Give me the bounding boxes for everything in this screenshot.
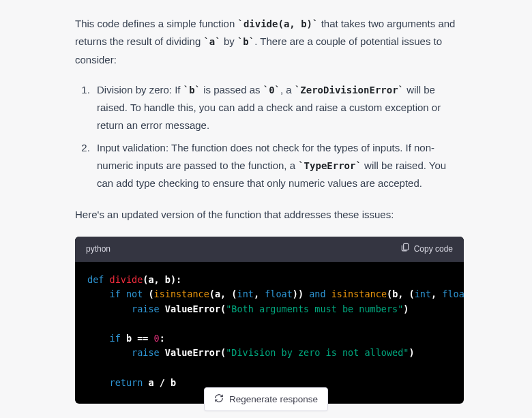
text: This code defines a simple function: [75, 18, 237, 29]
list-item: Division by zero: If `b` is passed as `0…: [93, 81, 464, 135]
refresh-icon: [214, 393, 224, 405]
inline-code: `ZeroDivisionError`: [295, 85, 404, 95]
regenerate-response-button[interactable]: Regenerate response: [204, 387, 328, 411]
regenerate-label: Regenerate response: [229, 394, 318, 404]
list-item: Input validation: The function does not …: [93, 139, 464, 193]
code-content: def divide(a, b): if not (isinstance(a, …: [75, 262, 464, 404]
inline-code: `b`: [183, 85, 201, 95]
svg-rect-0: [403, 243, 408, 250]
clipboard-icon: [400, 242, 410, 256]
text: is passed as: [201, 84, 263, 95]
lead-paragraph: Here's an updated version of the functio…: [75, 206, 464, 224]
message-content: This code defines a simple function `div…: [0, 0, 532, 418]
code-language-label: python: [86, 242, 110, 256]
text: by: [221, 35, 237, 47]
issue-list: Division by zero: If `b` is passed as `0…: [75, 81, 464, 193]
inline-code: `TypeError`: [298, 160, 361, 171]
inline-code: `a`: [203, 36, 220, 47]
code-block: python Copy code def divide(a, b): if no…: [75, 237, 464, 404]
text: Division by zero: If: [97, 84, 183, 95]
copy-code-button[interactable]: Copy code: [400, 242, 453, 256]
copy-code-label: Copy code: [414, 242, 453, 256]
intro-paragraph: This code defines a simple function `div…: [75, 15, 464, 69]
inline-code: `divide(a, b)`: [237, 18, 318, 29]
text: , a: [280, 84, 295, 95]
code-block-header: python Copy code: [75, 237, 464, 262]
inline-code: `0`: [263, 85, 280, 95]
inline-code: `b`: [237, 36, 254, 47]
